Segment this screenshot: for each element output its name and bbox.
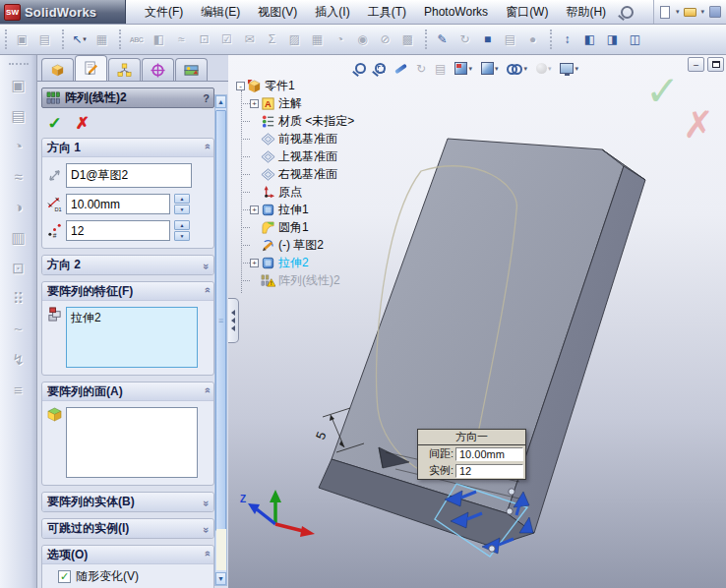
sweep-icon[interactable]: ≈: [5, 164, 32, 189]
group-direction-2-header[interactable]: 方向 2 »: [42, 256, 213, 274]
tree-item-8[interactable]: 圆角1: [236, 218, 393, 236]
confirm-cancel-corner[interactable]: ✗: [683, 106, 714, 144]
tree-item-11[interactable]: 阵列(线性)2: [236, 271, 393, 289]
zebra-stripes-icon[interactable]: ◉: [351, 29, 374, 51]
tree-item-5[interactable]: 右视基准面: [236, 165, 393, 183]
group-options-header[interactable]: 选项(O) »: [42, 546, 213, 564]
menu-item-5[interactable]: PhotoWorks: [415, 1, 497, 23]
spell-checker-icon[interactable]: ABC: [125, 29, 148, 51]
tree-item-10[interactable]: +拉伸2: [236, 254, 393, 271]
mass-properties-icon[interactable]: ⊡: [193, 29, 215, 51]
spacing-up-button[interactable]: ▲: [174, 194, 190, 204]
view-setting-1-icon[interactable]: ◧: [578, 29, 601, 51]
menu-item-6[interactable]: 窗口(W): [497, 0, 557, 25]
new-file-button[interactable]: [656, 3, 674, 21]
block-icon[interactable]: ▩: [396, 29, 419, 51]
boss-extrude-icon[interactable]: ▣: [5, 73, 32, 97]
rib-icon[interactable]: ≡: [5, 378, 32, 402]
vary-sketch-checkbox[interactable]: ✓: [58, 570, 71, 583]
spacing-input[interactable]: [66, 194, 170, 214]
search-icon[interactable]: [621, 6, 634, 19]
hole-wizard-icon[interactable]: ⊡: [5, 256, 32, 280]
tab-dimxpert[interactable]: [142, 58, 174, 81]
menu-item-4[interactable]: 工具(T): [359, 0, 415, 25]
cut-extrude-icon[interactable]: ▤: [5, 103, 32, 128]
expand-toggle[interactable]: +: [250, 206, 259, 214]
select-cursor-icon[interactable]: ↖▾: [68, 29, 91, 51]
tab-features[interactable]: [41, 58, 74, 81]
shell-icon[interactable]: ▥: [5, 225, 32, 250]
pattern-direction-input[interactable]: [66, 163, 192, 188]
apply-scene-button[interactable]: ▾: [557, 58, 581, 79]
panel-collapse-handle[interactable]: [228, 298, 239, 343]
edit-appearance-button[interactable]: ▾: [533, 58, 555, 79]
help-button[interactable]: ?: [203, 92, 210, 104]
tree-item-0[interactable]: -零件1: [236, 77, 393, 94]
callout-instances-value[interactable]: 12: [455, 464, 523, 478]
hide-show-items-button[interactable]: ▾: [504, 58, 530, 79]
graphics-viewport[interactable]: 5 Z: [228, 55, 726, 588]
instances-down-button[interactable]: ▼: [174, 231, 190, 241]
callout-spacing-value[interactable]: 10.00mm: [455, 447, 523, 461]
ok-button[interactable]: ✓: [47, 115, 61, 132]
smart-fasteners-icon[interactable]: ▤: [33, 29, 56, 51]
tree-item-7[interactable]: +拉伸1: [236, 201, 393, 218]
tab-property-manager[interactable]: [75, 55, 107, 81]
scrollbar-track[interactable]: [216, 529, 226, 570]
undercut-icon[interactable]: ⊘: [374, 29, 396, 51]
menu-item-1[interactable]: 编辑(E): [192, 0, 249, 25]
design-table-icon[interactable]: ▦: [306, 29, 329, 51]
render-sphere-icon[interactable]: ●: [521, 29, 544, 51]
tree-item-9[interactable]: (-) 草图2: [236, 236, 393, 254]
open-file-button[interactable]: [681, 3, 698, 21]
rotate-view-button[interactable]: ↻: [413, 58, 429, 79]
zoom-to-fit-button[interactable]: [352, 58, 369, 79]
panel-scrollbar[interactable]: ▲ ▼: [214, 94, 227, 586]
save-button[interactable]: [706, 3, 724, 21]
tree-item-4[interactable]: 上视基准面: [236, 147, 393, 165]
scroll-up-button[interactable]: ▲: [215, 95, 226, 108]
dropdown-arrow-icon[interactable]: ▾: [700, 8, 704, 16]
menu-item-2[interactable]: 视图(V): [249, 0, 306, 25]
view-setting-3-icon[interactable]: ◫: [624, 29, 646, 51]
restore-button[interactable]: [707, 57, 724, 72]
expand-toggle[interactable]: +: [250, 99, 259, 108]
cancel-button[interactable]: ✗: [75, 115, 89, 132]
section-view-icon[interactable]: ▤: [499, 29, 521, 51]
linear-pattern-icon[interactable]: ⠿: [5, 286, 32, 311]
measure-icon[interactable]: ≈: [170, 29, 193, 51]
tab-appearances[interactable]: [175, 58, 208, 81]
menu-item-3[interactable]: 插入(I): [306, 0, 358, 25]
group-bodies-header[interactable]: 要阵列的实体(B) »: [42, 493, 213, 511]
features-selection-list[interactable]: 拉伸2: [66, 307, 198, 368]
group-features-header[interactable]: 要阵列的特征(F) »: [42, 282, 213, 301]
dropdown-arrow-icon[interactable]: ▾: [676, 8, 680, 16]
group-skip-header[interactable]: 可跳过的实例(I) »: [42, 519, 213, 538]
expand-toggle[interactable]: -: [236, 82, 245, 90]
display-style-button[interactable]: ▾: [478, 58, 502, 79]
reference-axis-icon[interactable]: ↕: [556, 29, 578, 51]
loft-icon[interactable]: ◑: [5, 195, 32, 219]
draft-analysis-icon[interactable]: ◔: [329, 29, 351, 51]
insert-components-icon[interactable]: ▣: [11, 29, 33, 51]
toolbar-grip[interactable]: [9, 63, 29, 65]
curvature-icon[interactable]: ▨: [283, 29, 306, 51]
zoom-to-selection-button[interactable]: [392, 58, 410, 79]
rotate-view-icon[interactable]: ↻: [454, 29, 476, 51]
tree-item-6[interactable]: 原点: [236, 183, 393, 201]
instance-count-input[interactable]: [66, 220, 170, 241]
menu-item-0[interactable]: 文件(F): [136, 0, 192, 25]
deviation-analysis-icon[interactable]: ✉: [238, 29, 261, 51]
design-checker-icon[interactable]: ◧: [148, 29, 170, 51]
faces-selection-list[interactable]: [66, 407, 198, 478]
scroll-down-button[interactable]: ▼: [215, 572, 226, 585]
selected-feature-item[interactable]: 拉伸2: [71, 310, 193, 326]
curve-icon[interactable]: ~: [5, 317, 32, 341]
selection-filter-icon[interactable]: ▦: [91, 29, 113, 51]
flex-icon[interactable]: ↯: [5, 347, 32, 372]
view-setting-2-icon[interactable]: ◨: [601, 29, 624, 51]
view-orientation-button[interactable]: ▾: [452, 58, 475, 79]
group-direction-1-header[interactable]: 方向 1 »: [42, 139, 213, 157]
tab-configurations[interactable]: [108, 58, 141, 81]
scrollbar-thumb[interactable]: [215, 110, 226, 531]
